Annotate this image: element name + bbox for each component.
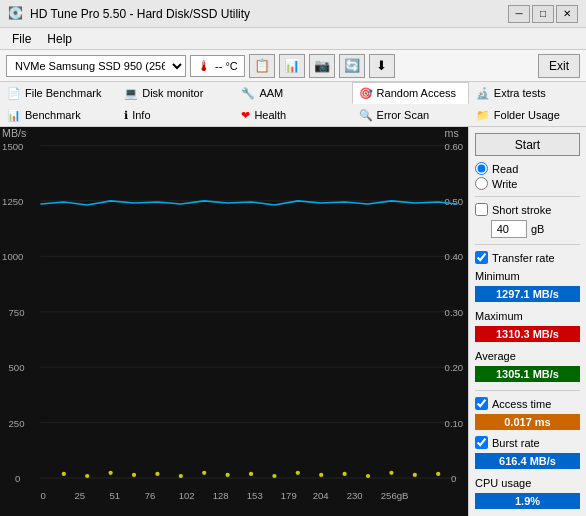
svg-point-38 xyxy=(389,471,393,475)
svg-text:750: 750 xyxy=(9,307,25,318)
chart-area: MB/s ms MB/s 1500 1250 1000 750 500 250 … xyxy=(0,127,468,516)
start-button[interactable]: Start xyxy=(475,133,580,156)
tab-error-scan[interactable]: 🔍 Error Scan xyxy=(352,104,469,126)
write-radio[interactable] xyxy=(475,177,488,190)
read-radio-label[interactable]: Read xyxy=(475,162,580,175)
transfer-rate-text: Transfer rate xyxy=(492,252,555,264)
svg-point-25 xyxy=(85,474,89,478)
burst-rate-text: Burst rate xyxy=(492,437,540,449)
svg-text:0.60: 0.60 xyxy=(445,141,464,152)
tab-benchmark[interactable]: 📊 Benchmark xyxy=(0,104,117,126)
minimum-value: 1297.1 MB/s xyxy=(475,286,580,302)
tab-folder-usage-label: Folder Usage xyxy=(494,109,560,121)
svg-point-35 xyxy=(319,473,323,477)
svg-rect-0 xyxy=(0,127,468,516)
svg-text:76: 76 xyxy=(145,490,156,501)
svg-text:179: 179 xyxy=(281,490,297,501)
disk-monitor-icon: 💻 xyxy=(124,87,138,100)
tab-aam-label: AAM xyxy=(259,87,283,99)
svg-text:230: 230 xyxy=(347,490,363,501)
spinbox-input[interactable] xyxy=(491,220,527,238)
info-icon: ℹ xyxy=(124,109,128,122)
cpu-usage-label: CPU usage xyxy=(475,477,580,489)
svg-text:0: 0 xyxy=(15,473,20,484)
svg-text:51: 51 xyxy=(110,490,121,501)
short-stroke-text: Short stroke xyxy=(492,204,551,216)
title-bar: 💽 HD Tune Pro 5.50 - Hard Disk/SSD Utili… xyxy=(0,0,586,28)
toolbar-btn-4[interactable]: 🔄 xyxy=(339,54,365,78)
svg-point-24 xyxy=(62,472,66,476)
svg-text:MB/s: MB/s xyxy=(2,128,26,139)
svg-text:0: 0 xyxy=(40,490,45,501)
benchmark-icon: 📊 xyxy=(7,109,21,122)
divider-2 xyxy=(475,244,580,245)
temp-value: -- °C xyxy=(215,60,238,72)
tab-folder-usage[interactable]: 📁 Folder Usage xyxy=(469,104,586,126)
svg-text:1000: 1000 xyxy=(2,252,23,263)
svg-text:ms: ms xyxy=(445,128,459,139)
menu-help[interactable]: Help xyxy=(39,30,80,48)
main-content: MB/s ms MB/s 1500 1250 1000 750 500 250 … xyxy=(0,127,586,516)
svg-point-37 xyxy=(366,474,370,478)
maximum-value: 1310.3 MB/s xyxy=(475,326,580,342)
temp-display: 🌡 -- °C xyxy=(190,55,245,77)
svg-text:0: 0 xyxy=(451,473,456,484)
svg-point-31 xyxy=(225,473,229,477)
app-icon: 💽 xyxy=(8,6,24,22)
transfer-rate-checkbox[interactable] xyxy=(475,251,488,264)
access-time-checkbox[interactable] xyxy=(475,397,488,410)
toolbar-btn-2[interactable]: 📊 xyxy=(279,54,305,78)
transfer-rate-label[interactable]: Transfer rate xyxy=(475,251,580,264)
error-scan-icon: 🔍 xyxy=(359,109,373,122)
tab-file-benchmark-label: File Benchmark xyxy=(25,87,101,99)
svg-point-32 xyxy=(249,472,253,476)
tab-info[interactable]: ℹ Info xyxy=(117,104,234,126)
burst-rate-label[interactable]: Burst rate xyxy=(475,436,580,449)
maximum-label: Maximum xyxy=(475,310,580,322)
close-button[interactable]: ✕ xyxy=(556,5,578,23)
svg-text:250: 250 xyxy=(9,418,25,429)
access-time-value: 0.017 ms xyxy=(475,414,580,430)
tab-disk-monitor[interactable]: 💻 Disk monitor xyxy=(117,82,234,104)
svg-text:102: 102 xyxy=(179,490,195,501)
svg-text:204: 204 xyxy=(313,490,329,501)
maximize-button[interactable]: □ xyxy=(532,5,554,23)
cpu-usage-value: 1.9% xyxy=(475,493,580,509)
write-radio-label[interactable]: Write xyxy=(475,177,580,190)
short-stroke-label[interactable]: Short stroke xyxy=(475,203,580,216)
tab-random-access[interactable]: 🎯 Random Access xyxy=(352,82,469,104)
access-time-label[interactable]: Access time xyxy=(475,397,580,410)
tab-health-label: Health xyxy=(254,109,286,121)
tab-disk-monitor-label: Disk monitor xyxy=(142,87,203,99)
toolbar-btn-3[interactable]: 📷 xyxy=(309,54,335,78)
tab-health[interactable]: ❤ Health xyxy=(234,104,351,126)
write-label: Write xyxy=(492,178,517,190)
tab-info-label: Info xyxy=(132,109,150,121)
temp-icon: 🌡 xyxy=(197,58,211,74)
svg-text:1500: 1500 xyxy=(2,141,23,152)
burst-rate-checkbox[interactable] xyxy=(475,436,488,449)
short-stroke-checkbox[interactable] xyxy=(475,203,488,216)
exit-button[interactable]: Exit xyxy=(538,54,580,78)
minimize-button[interactable]: ─ xyxy=(508,5,530,23)
menu-file[interactable]: File xyxy=(4,30,39,48)
divider-3 xyxy=(475,390,580,391)
toolbar-btn-5[interactable]: ⬇ xyxy=(369,54,395,78)
divider-1 xyxy=(475,196,580,197)
read-write-group: Read Write xyxy=(475,162,580,190)
tab-extra-tests[interactable]: 🔬 Extra tests xyxy=(469,82,586,104)
average-value: 1305.1 MB/s xyxy=(475,366,580,382)
toolbar-btn-1[interactable]: 📋 xyxy=(249,54,275,78)
tab-benchmark-label: Benchmark xyxy=(25,109,81,121)
tab-file-benchmark[interactable]: 📄 File Benchmark xyxy=(0,82,117,104)
svg-text:128: 128 xyxy=(213,490,229,501)
average-label: Average xyxy=(475,350,580,362)
file-benchmark-icon: 📄 xyxy=(7,87,21,100)
tab-extra-tests-label: Extra tests xyxy=(494,87,546,99)
svg-point-30 xyxy=(202,471,206,475)
read-radio[interactable] xyxy=(475,162,488,175)
svg-point-33 xyxy=(272,474,276,478)
tab-aam[interactable]: 🔧 AAM xyxy=(234,82,351,104)
folder-usage-icon: 📁 xyxy=(476,109,490,122)
drive-select[interactable]: NVMe Samsung SSD 950 (256 gB) xyxy=(6,55,186,77)
